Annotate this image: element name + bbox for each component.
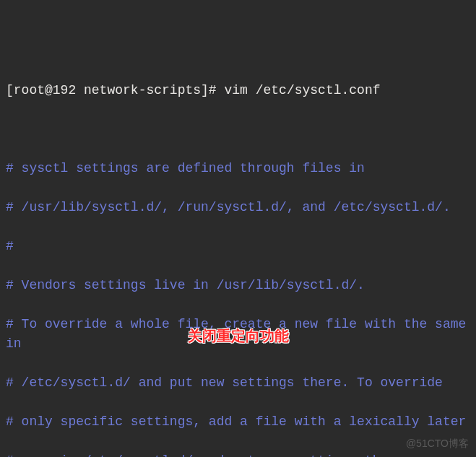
comment-line[interactable]: # /usr/lib/sysctl.d/, /run/sysctl.d/, an…: [6, 198, 470, 217]
prompt-user-host: [root@192 network-scripts]#: [6, 83, 217, 97]
annotation-label: 关闭重定向功能: [188, 325, 289, 347]
blank-line: [6, 120, 470, 139]
prompt-command: vim /etc/sysctl.conf: [224, 83, 380, 97]
comment-line[interactable]: # only specific settings, add a file wit…: [6, 412, 470, 432]
comment-line[interactable]: # /etc/sysctl.d/ and put new settings th…: [6, 373, 470, 393]
watermark-text: @51CTO博客: [406, 436, 469, 451]
shell-prompt-line: [root@192 network-scripts]# vim /etc/sys…: [6, 81, 470, 100]
comment-line[interactable]: # sysctl settings are defined through fi…: [6, 159, 470, 178]
comment-line[interactable]: # name in /etc/sysctl.d/ and put new set…: [6, 451, 470, 457]
comment-line[interactable]: #: [6, 237, 470, 256]
comment-line[interactable]: # Vendors settings live in /usr/lib/sysc…: [6, 276, 470, 295]
